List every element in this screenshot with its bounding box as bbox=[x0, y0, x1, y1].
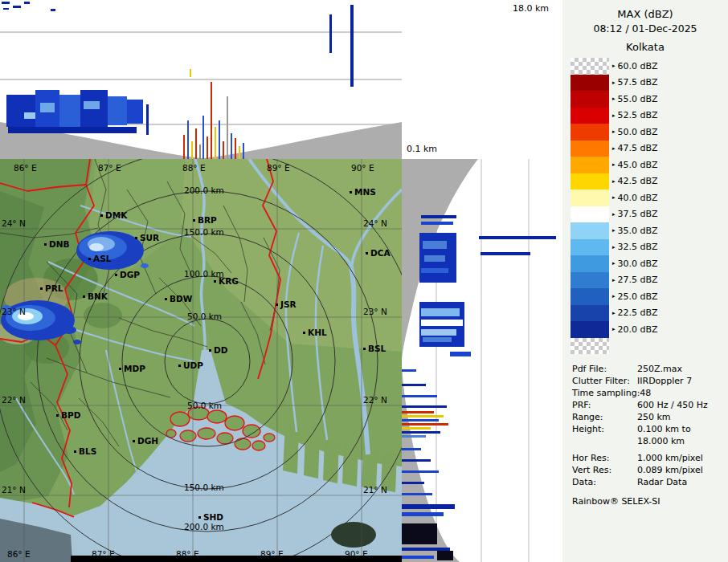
legend-row: ▸30.0 dBZ bbox=[571, 255, 658, 272]
legend-row: ▸47.5 dBZ bbox=[571, 140, 658, 157]
metadata-key: Range: bbox=[572, 411, 637, 423]
min-height-label: 0.1 km bbox=[407, 144, 437, 154]
legend-row: ▸55.0 dBZ bbox=[571, 91, 658, 108]
metadata-row: Height:0.100 km to bbox=[572, 423, 726, 435]
metadata-key bbox=[572, 435, 637, 447]
legend-label: 30.0 dBZ bbox=[618, 259, 658, 269]
side-cross-section-echoes bbox=[402, 159, 562, 562]
legend-row: ▸45.0 dBZ bbox=[571, 157, 658, 173]
legend-label: 40.0 dBZ bbox=[618, 193, 658, 203]
side-cross-section-panel bbox=[402, 159, 562, 562]
metadata-list: Pdf File:250Z.maxClutter Filter:IIRDoppl… bbox=[572, 363, 726, 488]
metadata-key: Height: bbox=[572, 423, 637, 435]
metadata-row: Clutter Filter:IIRDoppler 7 bbox=[572, 375, 726, 387]
legend-label: 47.5 dBZ bbox=[618, 143, 658, 153]
legend-swatch bbox=[571, 58, 609, 75]
top-cross-section-echoes bbox=[0, 0, 402, 159]
software-brand: Rainbow® SELEX-SI bbox=[572, 496, 661, 507]
legend-swatch bbox=[571, 75, 609, 92]
metadata-row: Hor Res:1.000 km/pixel bbox=[572, 452, 726, 464]
metadata-row: 18.000 km bbox=[572, 435, 726, 447]
legend-tick-icon: ▸ bbox=[612, 194, 616, 201]
legend-tick-icon: ▸ bbox=[612, 178, 616, 185]
legend-label: 37.5 dBZ bbox=[618, 209, 658, 219]
legend-tick-icon: ▸ bbox=[612, 277, 616, 283]
legend-tick-icon: ▸ bbox=[612, 211, 616, 218]
metadata-row: Range:250 km bbox=[572, 411, 726, 423]
legend-tick-icon: ▸ bbox=[612, 112, 616, 119]
product-timestamp: 08:12 / 01-Dec-2025 bbox=[562, 22, 728, 35]
legend-row: ▸35.0 dBZ bbox=[571, 222, 658, 239]
legend-row: ▸60.0 dBZ bbox=[571, 58, 658, 75]
metadata-value: 18.000 km bbox=[637, 435, 726, 447]
legend-label: 60.0 dBZ bbox=[618, 61, 658, 71]
legend-label: 27.5 dBZ bbox=[618, 275, 658, 285]
legend-row: ▸20.0 dBZ bbox=[571, 321, 658, 338]
legend-swatch bbox=[571, 321, 609, 338]
legend-scale: ▸60.0 dBZ▸57.5 dBZ▸55.0 dBZ▸52.5 dBZ▸50.… bbox=[571, 58, 658, 354]
legend-swatch bbox=[571, 338, 609, 355]
legend-swatch bbox=[571, 173, 609, 190]
metadata-value: 0.100 km to bbox=[637, 423, 726, 435]
legend-label: 32.5 dBZ bbox=[618, 242, 658, 252]
legend-row: ▸40.0 dBZ bbox=[571, 189, 658, 206]
legend-label: 42.5 dBZ bbox=[618, 176, 658, 186]
metadata-key: Hor Res: bbox=[572, 452, 637, 464]
legend-row: ▸50.0 dBZ bbox=[571, 124, 658, 140]
legend-label: 45.0 dBZ bbox=[618, 160, 658, 170]
legend-tick-icon: ▸ bbox=[612, 63, 616, 69]
legend-swatch bbox=[571, 91, 609, 108]
legend-row: ▸32.5 dBZ bbox=[571, 239, 658, 256]
legend-swatch bbox=[571, 239, 609, 256]
legend-label: 22.5 dBZ bbox=[618, 307, 658, 318]
radar-display-window: 18.0 km 0.1 km bbox=[0, 0, 728, 562]
radar-map-panel: 86° E86° E87° E87° E88° E88° E89° E89° E… bbox=[0, 159, 402, 562]
legend-label: 57.5 dBZ bbox=[618, 77, 658, 88]
legend-tick-icon: ▸ bbox=[612, 260, 616, 267]
legend-row: ▸27.5 dBZ bbox=[571, 272, 658, 289]
metadata-value bbox=[637, 387, 726, 399]
metadata-value: Radar Data bbox=[637, 476, 726, 488]
legend-tick-icon: ▸ bbox=[612, 244, 616, 250]
legend-row: ▸42.5 dBZ bbox=[571, 173, 658, 190]
metadata-value: IIRDoppler 7 bbox=[637, 375, 726, 387]
legend-label: 35.0 dBZ bbox=[618, 226, 658, 236]
metadata-row: Vert Res:0.089 km/pixel bbox=[572, 464, 726, 476]
legend-tick-icon: ▸ bbox=[612, 310, 616, 316]
legend-swatch bbox=[571, 255, 609, 272]
legend-swatch bbox=[571, 222, 609, 239]
legend-row: ▸22.5 dBZ bbox=[571, 305, 658, 322]
metadata-value: 1.000 km/pixel bbox=[637, 452, 726, 464]
legend-tick-icon: ▸ bbox=[612, 79, 616, 86]
legend-label: 55.0 dBZ bbox=[618, 94, 658, 104]
metadata-key: Time sampling:48 bbox=[572, 387, 637, 399]
product-title: MAX (dBZ) bbox=[562, 8, 728, 20]
legend-swatch bbox=[571, 140, 609, 157]
legend-row bbox=[571, 338, 658, 355]
legend-tick-icon: ▸ bbox=[612, 326, 616, 332]
legend-row: ▸52.5 dBZ bbox=[571, 108, 658, 124]
legend-tick-icon: ▸ bbox=[612, 227, 616, 234]
metadata-key: Pdf File: bbox=[572, 363, 637, 375]
metadata-value: 0.089 km/pixel bbox=[637, 464, 726, 476]
metadata-value: 250 km bbox=[637, 411, 726, 423]
legend-tick-icon: ▸ bbox=[612, 96, 616, 102]
legend-swatch bbox=[571, 272, 609, 289]
legend-row: ▸25.0 dBZ bbox=[571, 288, 658, 305]
legend-label: 20.0 dBZ bbox=[618, 324, 658, 335]
metadata-value: 250Z.max bbox=[637, 363, 726, 375]
legend-swatch bbox=[571, 124, 609, 140]
metadata-value: 600 Hz / 450 Hz bbox=[637, 399, 726, 411]
legend-swatch bbox=[571, 157, 609, 173]
metadata-row: Data:Radar Data bbox=[572, 476, 726, 488]
max-height-label: 18.0 km bbox=[513, 3, 549, 14]
legend-label: 52.5 dBZ bbox=[618, 110, 658, 120]
legend-swatch bbox=[571, 288, 609, 305]
legend-label: 25.0 dBZ bbox=[618, 291, 658, 302]
legend-swatch bbox=[571, 189, 609, 206]
top-cross-section-panel bbox=[0, 0, 402, 159]
legend-row: ▸57.5 dBZ bbox=[571, 75, 658, 92]
info-panel: MAX (dBZ) 08:12 / 01-Dec-2025 Kolkata ▸6… bbox=[562, 0, 728, 562]
legend-tick-icon: ▸ bbox=[612, 145, 616, 152]
legend-tick-icon: ▸ bbox=[612, 293, 616, 299]
